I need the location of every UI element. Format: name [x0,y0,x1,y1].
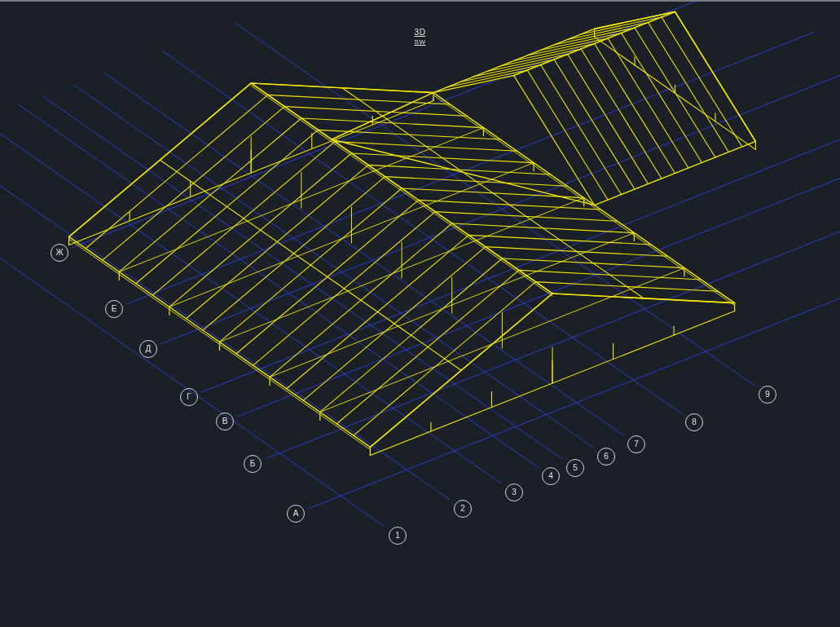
svg-line-44 [486,247,668,257]
svg-line-103 [541,65,622,195]
svg-line-28 [253,212,436,365]
svg-line-1 [126,32,815,304]
svg-line-57 [268,95,451,104]
svg-line-35 [136,130,319,283]
svg-line-45 [468,235,651,245]
svg-line-122 [581,17,662,34]
svg-line-36 [119,118,301,272]
svg-line-33 [169,153,352,307]
svg-line-11 [42,96,562,459]
svg-line-120 [568,22,649,39]
svg-line-106 [473,60,554,77]
svg-line-55 [301,118,484,128]
svg-line-50 [385,177,568,187]
svg-line-48 [419,200,601,210]
svg-line-0 [72,2,760,248]
svg-line-56 [284,107,467,117]
svg-line-31 [203,177,385,330]
svg-line-43 [502,258,684,268]
svg-line-7 [0,164,385,527]
svg-line-101 [527,70,608,200]
svg-line-113 [608,38,688,168]
svg-line-24 [320,258,503,412]
svg-line-114 [527,38,608,55]
svg-line-139 [69,239,371,449]
svg-line-38 [86,95,268,248]
svg-line-49 [402,188,584,198]
svg-line-42 [519,270,701,280]
drawing-canvas[interactable] [0,2,840,627]
svg-line-54 [318,130,500,139]
svg-line-107 [568,55,649,184]
svg-line-4 [237,144,840,417]
svg-line-104 [460,65,541,82]
svg-line-109 [581,49,662,179]
grid-lines-layer [0,2,840,527]
svg-line-30 [220,188,402,342]
svg-line-52 [351,153,534,163]
svg-line-22 [354,282,536,435]
svg-line-100 [433,76,514,93]
svg-line-25 [303,247,486,400]
svg-line-110 [500,49,581,66]
svg-line-105 [554,60,635,189]
svg-line-37 [103,107,285,260]
svg-line-12 [73,85,593,448]
svg-line-115 [622,33,702,162]
svg-line-29 [236,200,419,353]
model-viewport[interactable]: ЖЕДГВБА123456789 [0,2,840,627]
svg-line-53 [335,142,517,152]
svg-line-34 [152,142,335,295]
svg-line-132 [332,93,433,139]
svg-line-108 [487,55,568,72]
structure-layer [69,11,756,455]
svg-line-102 [446,70,527,87]
svg-line-41 [535,282,718,292]
svg-line-112 [514,44,595,61]
svg-line-51 [368,165,551,174]
svg-line-27 [270,223,452,377]
svg-line-121 [662,17,742,147]
svg-line-47 [435,212,618,222]
svg-line-46 [452,223,635,233]
svg-line-119 [649,22,729,152]
